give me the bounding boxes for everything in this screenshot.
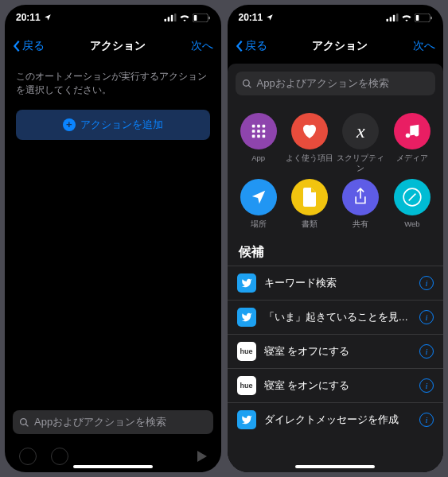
search-placeholder: Appおよびアクションを検索 — [257, 76, 389, 91]
svg-rect-6 — [208, 16, 210, 19]
svg-rect-13 — [416, 14, 419, 20]
svg-rect-16 — [251, 125, 255, 128]
suggestion-label: 「いま」起きていることを見つけよう — [264, 311, 412, 324]
app-icon — [237, 308, 256, 327]
svg-rect-9 — [390, 17, 392, 21]
battery-icon — [193, 14, 210, 22]
suggestion-label: 寝室 をオフにする — [264, 345, 412, 359]
instruction-text: このオートメーションが実行するアクションを選択してください。 — [5, 62, 221, 108]
svg-rect-20 — [257, 130, 260, 133]
chevron-left-icon — [236, 40, 243, 52]
info-icon[interactable]: i — [419, 413, 434, 427]
phone-right: 20:11 戻る アクション 次へ Appおよびアクションを検索 Appよく使う… — [228, 5, 444, 472]
category-label: App — [251, 153, 265, 162]
redo-icon[interactable] — [51, 448, 68, 465]
category-share[interactable]: 共有 — [336, 179, 385, 230]
svg-rect-22 — [251, 135, 255, 138]
home-indicator[interactable] — [73, 465, 153, 468]
content-left: このオートメーションが実行するアクションを選択してください。 + アクションを追… — [5, 62, 221, 472]
search-input[interactable]: Appおよびアクションを検索 — [13, 410, 213, 434]
battery-icon — [415, 14, 432, 22]
status-time: 20:11 — [239, 12, 263, 23]
location-icon — [44, 14, 52, 21]
suggestions-list: キーワード検索i「いま」起きていることを見つけようihue寝室 をオフにするih… — [228, 266, 444, 436]
suggestion-row[interactable]: hue寝室 をオフにするi — [228, 334, 444, 368]
undo-icon[interactable] — [19, 448, 37, 465]
category-label: よく使う項目 — [286, 153, 333, 164]
info-icon[interactable]: i — [419, 344, 434, 359]
doc-icon — [291, 179, 328, 215]
svg-rect-21 — [262, 130, 265, 133]
plus-icon: + — [63, 118, 76, 131]
music-icon — [394, 113, 430, 149]
svg-rect-1 — [167, 17, 169, 21]
svg-rect-18 — [262, 125, 265, 128]
wifi-icon — [401, 14, 412, 21]
search-icon — [19, 417, 29, 428]
info-icon[interactable]: i — [419, 378, 434, 393]
suggestion-row[interactable]: 「いま」起きていることを見つけようi — [228, 300, 444, 334]
search-icon — [242, 79, 252, 89]
suggestion-row[interactable]: キーワード検索i — [228, 266, 444, 300]
category-safari[interactable]: Web — [388, 179, 437, 230]
app-icon — [237, 410, 256, 429]
next-button[interactable]: 次へ — [413, 39, 435, 53]
back-button[interactable]: 戻る — [13, 39, 45, 53]
category-doc[interactable]: 書類 — [285, 179, 334, 230]
home-indicator[interactable] — [295, 465, 375, 468]
svg-rect-11 — [396, 14, 399, 21]
nav-title: アクション — [90, 39, 146, 53]
info-icon[interactable]: i — [419, 310, 434, 324]
nav-bar: 戻る アクション 次へ — [5, 30, 221, 62]
category-x[interactable]: xスクリプティン — [336, 113, 385, 174]
info-icon[interactable]: i — [419, 276, 434, 290]
grid-icon — [240, 113, 277, 149]
add-action-label: アクションを追加 — [80, 118, 163, 132]
suggestions-header: 候補 — [228, 238, 444, 266]
category-label: Web — [404, 219, 419, 228]
svg-point-26 — [415, 132, 419, 137]
category-music[interactable]: メディア — [388, 113, 437, 174]
add-action-button[interactable]: + アクションを追加 — [16, 110, 210, 140]
app-icon: hue — [237, 342, 256, 361]
share-icon — [342, 179, 379, 215]
svg-rect-23 — [257, 135, 260, 138]
svg-rect-17 — [257, 125, 260, 128]
svg-rect-3 — [174, 14, 177, 21]
status-bar: 20:11 — [228, 5, 444, 30]
category-grid[interactable]: App — [234, 113, 283, 174]
nav-title: アクション — [312, 39, 368, 53]
suggestion-row[interactable]: hue寝室 をオンにするi — [228, 368, 444, 402]
nav-icon — [240, 179, 277, 215]
category-label: 共有 — [353, 219, 368, 230]
back-label: 戻る — [245, 39, 267, 53]
suggestion-label: ダイレクトメッセージを作成 — [264, 413, 412, 427]
svg-rect-19 — [251, 130, 255, 133]
category-heart[interactable]: よく使う項目 — [285, 113, 334, 174]
svg-point-15 — [243, 80, 249, 86]
suggestion-label: キーワード検索 — [264, 277, 412, 290]
category-label: 場所 — [251, 219, 267, 230]
status-bar: 20:11 — [5, 5, 221, 30]
svg-rect-8 — [387, 19, 389, 21]
suggestion-row[interactable]: ダイレクトメッセージを作成i — [228, 402, 444, 436]
status-time: 20:11 — [16, 12, 41, 23]
category-nav[interactable]: 場所 — [234, 179, 283, 230]
action-sheet: Appおよびアクションを検索 Appよく使う項目xスクリプティンメディア場所書類… — [228, 64, 444, 472]
phone-left: 20:11 戻る アクション 次へ このオートメーションが実行するアクションを選… — [5, 5, 221, 472]
search-input[interactable]: Appおよびアクションを検索 — [236, 72, 436, 95]
nav-bar: 戻る アクション 次へ — [228, 30, 444, 62]
svg-rect-0 — [164, 19, 166, 21]
signal-icon — [164, 14, 177, 21]
app-icon: hue — [237, 376, 256, 395]
back-button[interactable]: 戻る — [236, 39, 267, 53]
svg-rect-2 — [170, 15, 173, 21]
play-icon[interactable] — [197, 451, 207, 462]
svg-rect-14 — [430, 16, 432, 19]
svg-rect-10 — [393, 15, 395, 21]
svg-point-7 — [21, 418, 27, 425]
app-icon — [237, 273, 256, 293]
next-button[interactable]: 次へ — [191, 39, 213, 53]
svg-rect-24 — [262, 135, 265, 138]
category-label: 書類 — [302, 219, 317, 230]
